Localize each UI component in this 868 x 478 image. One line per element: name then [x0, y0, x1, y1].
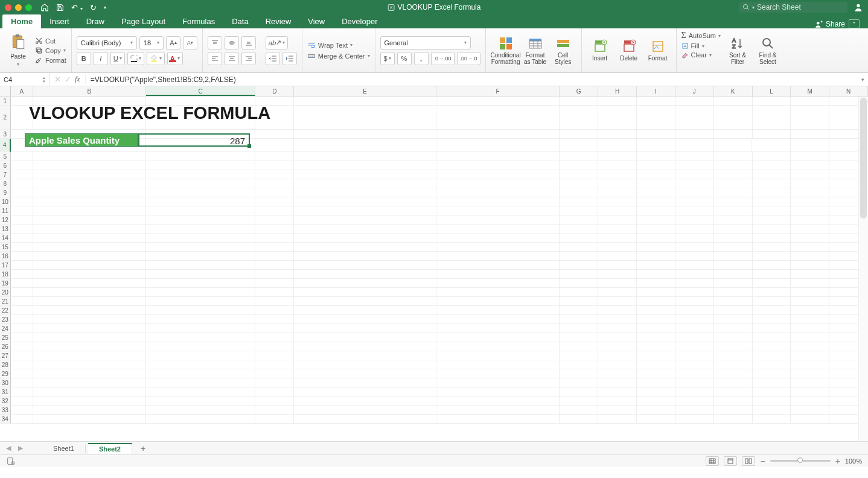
- close-window[interactable]: [5, 4, 11, 11]
- conditional-formatting-button[interactable]: Conditional Formatting: [491, 31, 521, 70]
- row-header[interactable]: 23: [0, 315, 11, 324]
- cell-styles-button[interactable]: Cell Styles: [550, 31, 576, 70]
- format-cells-button[interactable]: Format: [645, 31, 671, 70]
- page-layout-view-button[interactable]: [724, 456, 737, 466]
- sheet-tab-1[interactable]: Sheet1: [42, 444, 86, 453]
- orientation-button[interactable]: ab↗▾: [266, 36, 288, 49]
- align-center-button[interactable]: [225, 52, 239, 65]
- merge-center-button[interactable]: Merge & Center ▾: [307, 52, 370, 60]
- normal-view-button[interactable]: [706, 456, 719, 466]
- save-icon[interactable]: [56, 4, 64, 11]
- increase-indent-button[interactable]: [282, 52, 297, 65]
- delete-cells-button[interactable]: Delete: [616, 31, 642, 70]
- align-middle-button[interactable]: [225, 36, 239, 49]
- macro-record-icon[interactable]: [6, 456, 16, 466]
- column-header[interactable]: N: [829, 86, 868, 96]
- row-header[interactable]: 9: [0, 188, 11, 197]
- row-header[interactable]: 34: [0, 415, 11, 424]
- italic-button[interactable]: I: [94, 52, 108, 65]
- row-header[interactable]: 4: [0, 139, 11, 152]
- row-header[interactable]: 24: [0, 324, 11, 333]
- row-header[interactable]: 16: [0, 252, 11, 261]
- column-header[interactable]: G: [560, 86, 598, 96]
- column-header[interactable]: M: [791, 86, 829, 96]
- row-header[interactable]: 8: [0, 179, 11, 188]
- home-icon[interactable]: [40, 3, 49, 11]
- maximize-window[interactable]: [25, 4, 32, 11]
- sheet-tab-2[interactable]: Sheet2: [88, 443, 132, 454]
- clear-button[interactable]: Clear ▾: [681, 51, 721, 59]
- spreadsheet-grid[interactable]: ABCDEFGHIJKLMN 1234567891011121314151617…: [0, 86, 868, 441]
- expand-formula-bar[interactable]: ▾: [861, 77, 864, 83]
- autosum-button[interactable]: Σ AutoSum ▾: [681, 31, 721, 40]
- column-header[interactable]: D: [255, 86, 294, 96]
- collapse-ribbon[interactable]: ⌃: [849, 19, 860, 28]
- tab-data[interactable]: Data: [223, 14, 257, 28]
- row-header[interactable]: 1: [0, 97, 11, 106]
- fill-color-button[interactable]: ▾: [147, 52, 165, 65]
- row-header[interactable]: 17: [0, 261, 11, 270]
- row-header[interactable]: 33: [0, 406, 11, 415]
- qa-dropdown[interactable]: ▾: [104, 5, 106, 10]
- sort-filter-button[interactable]: AZSort & Filter: [724, 31, 751, 70]
- zoom-level[interactable]: 100%: [845, 457, 862, 465]
- name-box[interactable]: C4 ▴▾: [0, 73, 49, 86]
- row-header[interactable]: 19: [0, 279, 11, 288]
- tab-formulas[interactable]: Formulas: [174, 14, 223, 28]
- cancel-formula-button[interactable]: ✕: [54, 75, 61, 84]
- row-header[interactable]: 6: [0, 161, 11, 170]
- align-bottom-button[interactable]: [241, 36, 256, 49]
- page-break-view-button[interactable]: [742, 456, 755, 466]
- row-header[interactable]: 27: [0, 351, 11, 360]
- tab-insert[interactable]: Insert: [41, 14, 78, 28]
- font-size-combo[interactable]: 18▾: [139, 36, 164, 49]
- zoom-slider[interactable]: [770, 460, 831, 462]
- percent-button[interactable]: %: [397, 52, 412, 65]
- row-header[interactable]: 28: [0, 360, 11, 369]
- fx-button[interactable]: fx: [75, 75, 80, 84]
- align-left-button[interactable]: [208, 52, 222, 65]
- column-header[interactable]: L: [753, 86, 791, 96]
- enter-formula-button[interactable]: ✓: [65, 75, 71, 84]
- row-header[interactable]: 26: [0, 342, 11, 351]
- undo-icon[interactable]: ↶ ▾: [71, 3, 83, 12]
- column-header[interactable]: H: [598, 86, 637, 96]
- row-header[interactable]: 5: [0, 152, 11, 161]
- zoom-out-button[interactable]: −: [760, 456, 765, 466]
- tab-draw[interactable]: Draw: [78, 14, 113, 28]
- column-header[interactable]: I: [637, 86, 675, 96]
- find-select-button[interactable]: Find & Select: [755, 31, 781, 70]
- format-as-table-button[interactable]: Format as Table: [522, 31, 549, 70]
- decrease-font-button[interactable]: A▾: [183, 36, 197, 49]
- row-header[interactable]: 2: [0, 106, 11, 130]
- comma-button[interactable]: ,: [414, 52, 429, 65]
- tab-view[interactable]: View: [299, 14, 333, 28]
- increase-decimal-button[interactable]: .0→.00: [431, 52, 455, 65]
- currency-button[interactable]: $ ▾: [380, 52, 395, 65]
- font-name-combo[interactable]: Calibri (Body)▾: [77, 36, 137, 49]
- selected-cell[interactable]: 287: [138, 133, 250, 147]
- row-header[interactable]: 29: [0, 369, 11, 378]
- user-icon[interactable]: [854, 2, 863, 12]
- align-top-button[interactable]: [208, 36, 222, 49]
- row-header[interactable]: 18: [0, 270, 11, 279]
- align-right-button[interactable]: [241, 52, 256, 65]
- tab-home[interactable]: Home: [2, 14, 41, 28]
- row-header[interactable]: 12: [0, 215, 11, 225]
- row-header[interactable]: 15: [0, 243, 11, 252]
- label-cell[interactable]: Apple Sales Quantity: [25, 133, 138, 147]
- fill-button[interactable]: Fill ▾: [681, 42, 721, 49]
- row-header[interactable]: 21: [0, 297, 11, 306]
- column-header[interactable]: E: [294, 86, 436, 96]
- underline-button[interactable]: U▾: [110, 52, 125, 65]
- row-header[interactable]: 32: [0, 397, 11, 406]
- column-header[interactable]: C: [146, 86, 256, 96]
- decrease-decimal-button[interactable]: .00→.0: [457, 52, 480, 65]
- row-header[interactable]: 11: [0, 206, 11, 215]
- decrease-indent-button[interactable]: [266, 52, 280, 65]
- zoom-in-button[interactable]: +: [835, 456, 840, 466]
- minimize-window[interactable]: [15, 4, 22, 11]
- column-header[interactable]: B: [33, 86, 146, 96]
- tab-page-layout[interactable]: Page Layout: [113, 14, 174, 28]
- row-header[interactable]: 14: [0, 234, 11, 243]
